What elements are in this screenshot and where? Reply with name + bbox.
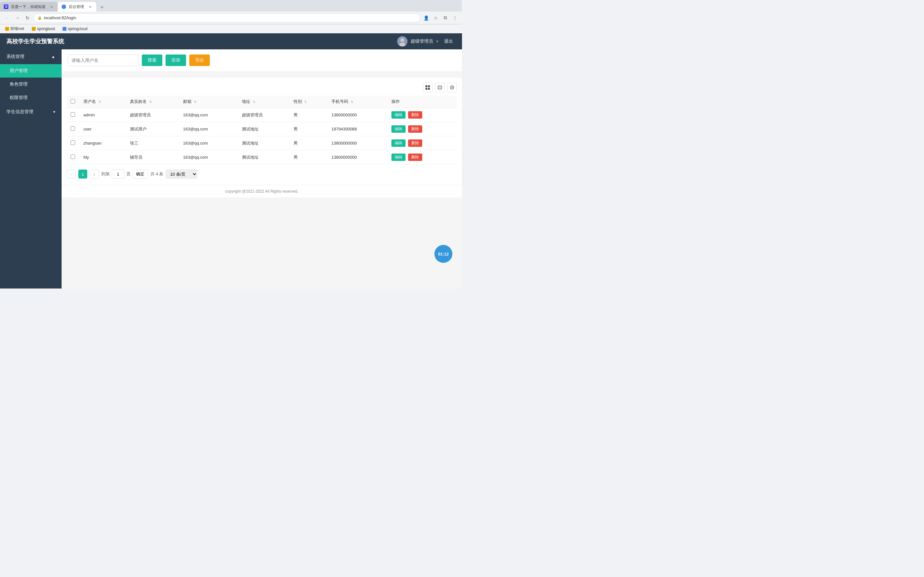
bookmark-label-springboot: springboot <box>37 27 55 31</box>
select-all-checkbox[interactable] <box>71 99 75 103</box>
row-checkbox-0[interactable] <box>71 112 75 117</box>
export-button[interactable]: 导出 <box>189 55 210 66</box>
header-right: 超级管理员 ▾ 退出 <box>397 36 456 47</box>
delete-button-2[interactable]: 删除 <box>408 139 422 147</box>
permission-menu-label: 权限管理 <box>10 95 27 100</box>
print-preview-button[interactable] <box>435 83 445 92</box>
edit-button-0[interactable]: 编辑 <box>391 111 405 119</box>
browser-tab-admin[interactable]: 后台管理 ✕ <box>58 2 96 11</box>
username-sort-icon[interactable]: ⇅ <box>99 100 101 103</box>
address-text: localhost:82/login <box>44 15 76 20</box>
sidebar-item-role[interactable]: 角色管理 <box>0 77 61 91</box>
bookmark-springcloud[interactable]: springcloud <box>60 26 90 32</box>
add-button[interactable]: 添加 <box>166 55 186 66</box>
logout-button[interactable]: 退出 <box>441 37 456 45</box>
svg-point-1 <box>401 38 404 42</box>
search-input[interactable] <box>68 55 139 66</box>
bookmark-springboot[interactable]: springboot <box>29 26 57 32</box>
refresh-button[interactable]: ↻ <box>23 13 32 23</box>
print-preview-icon <box>438 85 442 90</box>
avatar-image <box>397 36 407 47</box>
row-phone-2: 13800000000 <box>328 136 388 150</box>
row-realname-2: 张三 <box>126 136 179 150</box>
delete-button-1[interactable]: 删除 <box>408 125 422 133</box>
tab-close-admin[interactable]: ✕ <box>88 5 92 9</box>
browser-chrome: 百 百度一下，你就知道 ✕ 后台管理 ✕ ＋ ← → ↻ 🔒 localhost… <box>0 0 462 33</box>
users-table: 用户名 ⇅ 真实姓名 ⇅ 邮箱 ⇅ <box>67 95 457 164</box>
sidebar-item-permission[interactable]: 权限管理 <box>0 91 61 105</box>
address-bar[interactable]: 🔒 localhost:82/login <box>33 13 420 23</box>
copyright-text: copyright @2021-2022 All Rights reserved… <box>225 189 298 193</box>
table-row: zhangsan 张三 163@qq.com 测试地址 男 1380000000… <box>67 136 457 150</box>
goto-input[interactable] <box>111 169 124 179</box>
email-sort-icon[interactable]: ⇅ <box>194 100 196 103</box>
realname-header: 真实姓名 ⇅ <box>126 95 179 108</box>
grid-view-button[interactable] <box>423 83 433 92</box>
edit-button-2[interactable]: 编辑 <box>391 139 405 147</box>
role-menu-label: 角色管理 <box>10 81 27 87</box>
menu-button[interactable]: ⋮ <box>451 13 459 23</box>
forward-button[interactable]: → <box>13 13 22 23</box>
row-address-3: 测试地址 <box>238 150 290 164</box>
checkbox-header <box>67 95 79 108</box>
phone-header: 手机号码 ⇅ <box>328 95 388 108</box>
pagination: ‹ 1 › 到第 页 确定 共 4 条 10 条/页 20 条/页 50 条/页 <box>67 164 457 180</box>
phone-sort-icon[interactable]: ⇅ <box>351 100 353 103</box>
per-page-select[interactable]: 10 条/页 20 条/页 50 条/页 <box>166 169 197 179</box>
email-header-label: 邮箱 <box>183 99 192 104</box>
sidebar-item-user[interactable]: 用户管理 <box>0 64 61 77</box>
row-username-2: zhangsan <box>79 136 126 150</box>
app-wrapper: 高校学生学业预警系统 超级管理员 ▾ 退出 系统管理 ▲ 用户管理 <box>0 33 462 288</box>
page-1-button[interactable]: 1 <box>78 169 87 179</box>
print-button[interactable] <box>447 83 457 92</box>
prev-page-button[interactable]: ‹ <box>67 169 76 179</box>
gender-sort-icon[interactable]: ⇅ <box>304 100 307 103</box>
address-sort-icon[interactable]: ⇅ <box>253 100 255 103</box>
row-username-3: fdy <box>79 150 126 164</box>
row-username-0: admin <box>79 108 126 122</box>
admin-favicon <box>61 5 66 9</box>
goto-label: 到第 <box>102 171 110 177</box>
svg-rect-6 <box>428 88 430 90</box>
edit-button-1[interactable]: 编辑 <box>391 125 405 133</box>
browser-tab-baidu[interactable]: 百 百度一下，你就知道 ✕ <box>0 2 58 11</box>
row-gender-3: 男 <box>290 150 328 164</box>
sidebar-item-student[interactable]: 学生信息管理 ▾ <box>0 105 61 119</box>
tab-close-baidu[interactable]: ✕ <box>49 5 54 9</box>
table-row: user 测试用户 163@qq.com 测试地址 男 18794300088 … <box>67 122 457 136</box>
table-container: 用户名 ⇅ 真实姓名 ⇅ 邮箱 ⇅ <box>61 77 462 185</box>
row-actions-3: 编辑 删除 <box>388 150 457 164</box>
search-button[interactable]: 搜索 <box>142 55 162 66</box>
app-title: 高校学生学业预警系统 <box>6 37 64 45</box>
delete-button-0[interactable]: 删除 <box>408 111 422 119</box>
row-phone-1: 18794300088 <box>328 122 388 136</box>
realname-header-label: 真实姓名 <box>130 99 147 104</box>
email-header: 邮箱 ⇅ <box>179 95 238 108</box>
timer-bubble[interactable]: 01:12 <box>435 245 452 263</box>
app-header: 高校学生学业预警系统 超级管理员 ▾ 退出 <box>0 33 462 49</box>
bookmark-label-springcloud: springcloud <box>68 27 87 31</box>
row-gender-2: 男 <box>290 136 328 150</box>
bookmark-vue[interactable]: 前端vue <box>3 25 27 32</box>
tab-title-baidu: 百度一下，你就知道 <box>11 4 45 10</box>
row-email-0: 163@qq.com <box>179 108 238 122</box>
delete-button-3[interactable]: 删除 <box>408 153 422 161</box>
profile-button[interactable]: 👤 <box>422 13 431 23</box>
avatar <box>397 36 407 47</box>
edit-button-3[interactable]: 编辑 <box>391 153 405 161</box>
actions-header: 操作 <box>388 95 457 108</box>
row-gender-1: 男 <box>290 122 328 136</box>
back-button[interactable]: ← <box>3 13 11 23</box>
row-checkbox-2[interactable] <box>71 140 75 145</box>
row-checkbox-3[interactable] <box>71 155 75 159</box>
next-page-button[interactable]: › <box>90 169 99 179</box>
extension-button[interactable]: ⧉ <box>441 13 450 23</box>
realname-sort-icon[interactable]: ⇅ <box>149 100 152 103</box>
goto-confirm-button[interactable]: 确定 <box>132 169 148 179</box>
address-header: 地址 ⇅ <box>238 95 290 108</box>
row-checkbox-1[interactable] <box>71 126 75 131</box>
star-button[interactable]: ☆ <box>431 13 440 23</box>
sidebar-item-system[interactable]: 系统管理 ▲ <box>0 49 61 64</box>
row-actions-0: 编辑 删除 <box>388 108 457 122</box>
new-tab-button[interactable]: ＋ <box>97 3 107 11</box>
